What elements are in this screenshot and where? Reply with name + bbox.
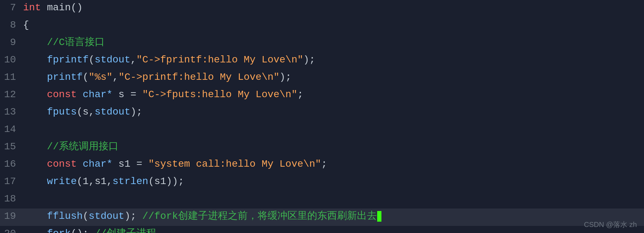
code-token: s1 = <box>112 159 148 170</box>
code-token: , <box>130 54 136 65</box>
code-content: fprintf(stdout,"C->fprintf:hello My Love… <box>23 52 640 67</box>
code-token: ); <box>280 72 292 83</box>
line-number: 15 <box>4 139 23 154</box>
code-token: int <box>23 2 41 13</box>
code-token: ( <box>89 54 95 65</box>
code-token <box>23 159 47 170</box>
line-number: 7 <box>4 0 23 15</box>
line-number: 20 <box>4 226 23 233</box>
code-token <box>23 89 47 100</box>
code-token: printf <box>47 72 83 83</box>
code-token: "%s" <box>89 72 112 83</box>
code-token: //C语言接口 <box>47 37 104 48</box>
text-cursor <box>377 211 381 222</box>
code-token: (1,s1, <box>77 176 112 187</box>
code-token: (s1)); <box>148 176 184 187</box>
code-line: 14 <box>0 122 644 139</box>
code-token: ; <box>297 89 303 100</box>
code-line: 7int main() <box>0 0 644 17</box>
code-token: write <box>47 176 77 187</box>
code-token <box>23 106 47 117</box>
code-token <box>23 141 47 152</box>
line-number: 10 <box>4 52 23 67</box>
code-content: const char* s = "C->fputs:hello My Love\… <box>23 87 640 102</box>
watermark-text: CSDN @落水 zh <box>584 219 637 230</box>
code-content: fflush(stdout); //fork创建子进程之前，将缓冲区里的东西刷新… <box>23 209 640 224</box>
code-token: stdout <box>95 106 131 117</box>
code-token: //fork创建子进程之前，将缓冲区里的东西刷新出去 <box>142 211 377 222</box>
code-content: fork(); //创建子进程 <box>23 226 640 233</box>
code-token: (); <box>71 228 94 233</box>
code-token <box>23 72 47 83</box>
code-token <box>23 176 47 187</box>
code-line: 13 fputs(s,stdout); <box>0 104 644 122</box>
code-token: stdout <box>89 211 125 222</box>
code-content: write(1,s1,strlen(s1)); <box>23 174 640 189</box>
code-token <box>77 159 83 170</box>
code-line: 17 write(1,s1,strlen(s1)); <box>0 174 644 191</box>
code-token: ; <box>321 159 327 170</box>
line-number: 18 <box>4 191 23 206</box>
code-line: 11 printf("%s","C->printf:hello My Love\… <box>0 70 644 87</box>
code-content: int main() <box>23 0 640 15</box>
code-token: { <box>23 20 29 30</box>
code-token: (s, <box>77 106 94 117</box>
code-content: { <box>23 17 640 33</box>
code-token: const <box>47 89 77 100</box>
line-number: 9 <box>4 35 23 50</box>
code-content: //系统调用接口 <box>23 139 640 154</box>
code-token: "C->fprintf:hello My Love\n" <box>136 54 303 65</box>
code-token: char* <box>83 159 112 170</box>
code-line: 19 fflush(stdout); //fork创建子进程之前，将缓冲区里的东… <box>0 209 644 226</box>
code-content: const char* s1 = "system call:hello My L… <box>23 156 640 172</box>
code-line: 20 fork(); //创建子进程 <box>0 226 644 233</box>
code-token: ); <box>125 211 142 222</box>
line-number: 19 <box>4 209 23 224</box>
code-content: //C语言接口 <box>23 35 640 50</box>
code-token: strlen <box>112 176 148 187</box>
code-token: ); <box>303 54 315 65</box>
code-line: 18 <box>0 191 644 209</box>
code-token <box>23 228 47 233</box>
code-line: 15 //系统调用接口 <box>0 139 644 156</box>
code-token: , <box>112 72 119 83</box>
code-token: fflush <box>47 211 83 222</box>
code-token: fputs <box>47 106 77 117</box>
code-line: 9 //C语言接口 <box>0 35 644 52</box>
line-number: 8 <box>4 17 23 33</box>
code-token: //系统调用接口 <box>47 141 119 152</box>
code-token: "C->fputs:hello My Love\n" <box>142 89 297 100</box>
code-token: "system call:hello My Love\n" <box>148 159 321 170</box>
code-content: printf("%s","C->printf:hello My Love\n")… <box>23 70 640 85</box>
code-token <box>77 89 83 100</box>
code-token <box>23 37 47 48</box>
line-number: 14 <box>4 122 23 137</box>
code-token: fork <box>47 228 71 233</box>
code-token: char* <box>83 89 112 100</box>
code-line: 10 fprintf(stdout,"C->fprintf:hello My L… <box>0 52 644 70</box>
line-number: 17 <box>4 174 23 189</box>
code-token: stdout <box>95 54 131 65</box>
code-token: ( <box>83 211 89 222</box>
code-token <box>23 54 47 65</box>
code-token: //创建子进程 <box>95 228 156 233</box>
code-token: "C->printf:hello My Love\n" <box>119 72 280 83</box>
line-number: 12 <box>4 87 23 102</box>
code-token: ); <box>130 106 142 117</box>
line-number: 11 <box>4 70 23 85</box>
code-line: 8{ <box>0 17 644 35</box>
code-line: 16 const char* s1 = "system call:hello M… <box>0 156 644 174</box>
code-line: 12 const char* s = "C->fputs:hello My Lo… <box>0 87 644 104</box>
code-content: fputs(s,stdout); <box>23 104 640 120</box>
line-number: 13 <box>4 104 23 120</box>
code-token: main() <box>41 2 83 13</box>
code-token <box>23 211 47 222</box>
line-number: 16 <box>4 156 23 172</box>
code-editor: 7int main()8{9 //C语言接口10 fprintf(stdout,… <box>0 0 644 233</box>
code-token: ( <box>83 72 89 83</box>
code-token: s = <box>112 89 142 100</box>
code-token: fprintf <box>47 54 89 65</box>
code-token: const <box>47 159 77 170</box>
